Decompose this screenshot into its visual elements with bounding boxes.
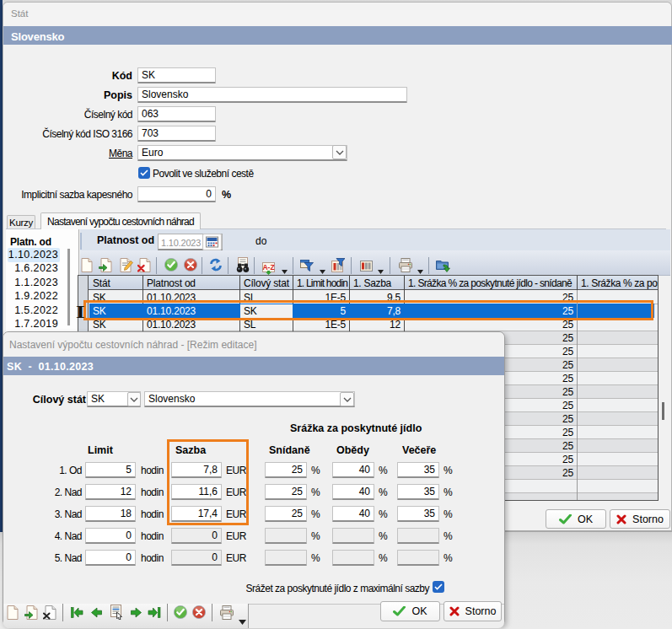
svg-text:A-Z: A-Z xyxy=(262,263,274,271)
